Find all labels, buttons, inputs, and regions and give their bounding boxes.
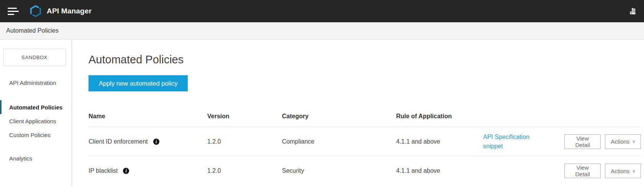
table-header-row: Name Version Category Rule of Applicatio… bbox=[88, 113, 641, 127]
sidebar-item-analytics[interactable]: Analytics bbox=[0, 151, 72, 165]
info-icon[interactable]: i bbox=[123, 168, 129, 174]
table-row: IP blacklist i 1.2.0 Security 4.1.1 and … bbox=[88, 156, 641, 185]
chevron-down-icon: ∨ bbox=[632, 139, 635, 144]
info-icon[interactable]: i bbox=[153, 139, 159, 145]
breadcrumb-bar: Automated Policies bbox=[0, 22, 644, 40]
policies-table: Name Version Category Rule of Applicatio… bbox=[88, 113, 641, 185]
column-header-name: Name bbox=[88, 113, 207, 120]
chevron-down-icon: ∨ bbox=[632, 169, 635, 174]
policy-rule: 4.1.1 and above bbox=[396, 138, 483, 145]
apply-new-automated-policy-button[interactable]: Apply new automated policy bbox=[88, 75, 188, 91]
mulesoft-logo-icon[interactable] bbox=[30, 5, 41, 17]
policy-version: 1.2.0 bbox=[207, 167, 282, 174]
policy-name: IP blacklist bbox=[88, 167, 118, 174]
page-title: Automated Policies bbox=[88, 54, 641, 65]
column-header-version: Version bbox=[207, 113, 282, 120]
sidebar-item-automated-policies[interactable]: Automated Policies bbox=[0, 100, 72, 114]
view-detail-button[interactable]: View Detail bbox=[564, 134, 601, 149]
organization-icon[interactable] bbox=[629, 7, 637, 15]
policy-category: Compliance bbox=[282, 138, 396, 145]
menu-icon[interactable] bbox=[8, 8, 19, 15]
view-detail-button[interactable]: View Detail bbox=[564, 164, 601, 178]
sidebar: SANDBOX API Administration Automated Pol… bbox=[0, 40, 72, 187]
column-header-category: Category bbox=[282, 113, 396, 120]
top-bar: API Manager bbox=[0, 0, 644, 22]
policy-name: Client ID enforcement bbox=[88, 138, 148, 145]
api-specification-snippet-link[interactable]: API Specification snippet bbox=[483, 132, 541, 150]
actions-dropdown-button[interactable]: Actions ∨ bbox=[605, 134, 641, 149]
sidebar-item-api-administration[interactable]: API Administration bbox=[0, 76, 72, 89]
policy-rule: 4.1.1 and above bbox=[396, 167, 483, 174]
sidebar-item-client-applications[interactable]: Client Applications bbox=[0, 114, 72, 128]
main-content: Automated Policies Apply new automated p… bbox=[72, 40, 644, 187]
environment-selector-button[interactable]: SANDBOX bbox=[3, 49, 66, 66]
policy-version: 1.2.0 bbox=[207, 138, 282, 145]
sidebar-nav: API Administration Automated Policies Cl… bbox=[0, 76, 72, 165]
breadcrumb: Automated Policies bbox=[6, 27, 59, 34]
table-row: Client ID enforcement i 1.2.0 Compliance… bbox=[88, 127, 641, 156]
policy-category: Security bbox=[282, 167, 396, 174]
actions-dropdown-button[interactable]: Actions ∨ bbox=[605, 164, 641, 178]
sidebar-item-custom-policies[interactable]: Custom Policies bbox=[0, 128, 72, 142]
app-title: API Manager bbox=[47, 7, 92, 15]
column-header-rule-of-application: Rule of Application bbox=[396, 113, 483, 120]
